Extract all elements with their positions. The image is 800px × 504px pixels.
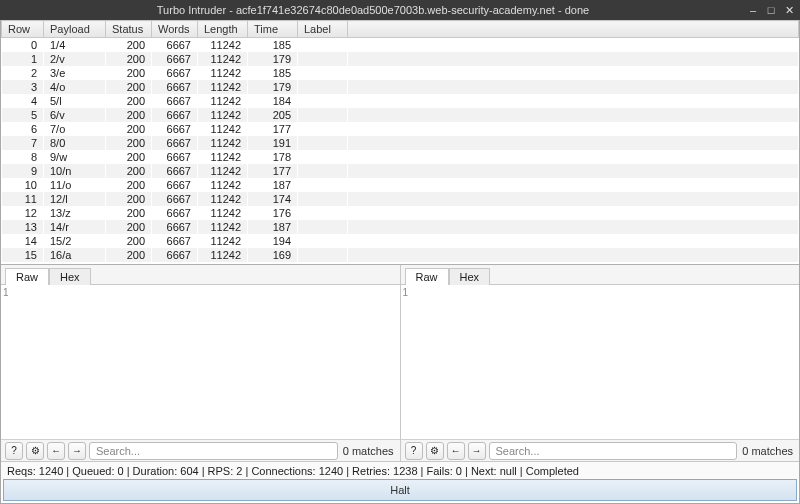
cell: 15/2 — [44, 234, 106, 248]
search-input[interactable]: Search... — [489, 442, 738, 460]
line-number: 1 — [403, 287, 409, 298]
window-minimize-button[interactable]: – — [746, 3, 760, 17]
cell: 185 — [248, 66, 298, 80]
cell — [348, 150, 799, 164]
cell: 13 — [2, 220, 44, 234]
cell — [348, 38, 799, 53]
cell: 11242 — [198, 234, 248, 248]
table-row[interactable]: 34/o200666711242179 — [2, 80, 799, 94]
cell: 8 — [2, 150, 44, 164]
next-match-icon[interactable]: → — [68, 442, 86, 460]
line-number: 1 — [3, 287, 9, 298]
column-header[interactable]: Time — [248, 21, 298, 38]
column-header[interactable]: Label — [298, 21, 348, 38]
table-row[interactable]: 67/o200666711242177 — [2, 122, 799, 136]
cell — [298, 94, 348, 108]
cell: 6667 — [152, 248, 198, 262]
cell: 200 — [106, 108, 152, 122]
cell: 11 — [2, 192, 44, 206]
cell — [298, 122, 348, 136]
table-row[interactable]: 56/v200666711242205 — [2, 108, 799, 122]
column-header[interactable]: Length — [198, 21, 248, 38]
table-row[interactable]: 12/v200666711242179 — [2, 52, 799, 66]
table-row[interactable]: 1213/z200666711242176 — [2, 206, 799, 220]
cell: 176 — [248, 206, 298, 220]
cell: 174 — [248, 192, 298, 206]
column-header[interactable]: Payload — [44, 21, 106, 38]
table-row[interactable]: 45/l200666711242184 — [2, 94, 799, 108]
cell — [298, 108, 348, 122]
cell: 0 — [2, 38, 44, 53]
cell — [348, 234, 799, 248]
column-header-fill — [348, 21, 799, 38]
cell — [348, 136, 799, 150]
cell — [348, 66, 799, 80]
cell — [348, 206, 799, 220]
table-header-row[interactable]: RowPayloadStatusWordsLengthTimeLabel — [2, 21, 799, 38]
request-pane: Raw Hex 1 ? ⚙ ← → Search... 0 matches — [1, 265, 401, 461]
results-table-scroll[interactable]: RowPayloadStatusWordsLengthTimeLabel 01/… — [1, 20, 799, 264]
cell — [348, 52, 799, 66]
request-editor[interactable]: 1 — [1, 285, 400, 439]
cell: 11242 — [198, 150, 248, 164]
cell: 178 — [248, 150, 298, 164]
cell — [348, 192, 799, 206]
tab-hex[interactable]: Hex — [49, 268, 91, 285]
window-title: Turbo Intruder - acfe1f741e32674c80de0ad… — [4, 4, 742, 16]
cell: 6667 — [152, 206, 198, 220]
search-input[interactable]: Search... — [89, 442, 338, 460]
window-close-button[interactable]: ✕ — [782, 3, 796, 17]
tab-raw[interactable]: Raw — [405, 268, 449, 285]
next-match-icon[interactable]: → — [468, 442, 486, 460]
table-row[interactable]: 89/w200666711242178 — [2, 150, 799, 164]
table-row[interactable]: 1112/l200666711242174 — [2, 192, 799, 206]
response-searchbar: ? ⚙ ← → Search... 0 matches — [401, 439, 800, 461]
column-header[interactable]: Status — [106, 21, 152, 38]
prev-match-icon[interactable]: ← — [47, 442, 65, 460]
cell: 184 — [248, 94, 298, 108]
help-icon[interactable]: ? — [5, 442, 23, 460]
cell: 14/r — [44, 220, 106, 234]
table-row[interactable]: 01/4200666711242185 — [2, 38, 799, 53]
tab-raw[interactable]: Raw — [5, 268, 49, 285]
help-icon[interactable]: ? — [405, 442, 423, 460]
table-row[interactable]: 78/0200666711242191 — [2, 136, 799, 150]
table-row[interactable]: 23/e200666711242185 — [2, 66, 799, 80]
cell: 14 — [2, 234, 44, 248]
cell — [298, 80, 348, 94]
halt-button[interactable]: Halt — [3, 479, 797, 501]
cell: 179 — [248, 80, 298, 94]
window-maximize-button[interactable]: □ — [764, 3, 778, 17]
cell: 11242 — [198, 52, 248, 66]
cell: 200 — [106, 150, 152, 164]
cell: 11242 — [198, 94, 248, 108]
cell: 200 — [106, 234, 152, 248]
table-row[interactable]: 1011/o200666711242187 — [2, 178, 799, 192]
gear-icon[interactable]: ⚙ — [426, 442, 444, 460]
table-row[interactable]: 1415/2200666711242194 — [2, 234, 799, 248]
results-table[interactable]: RowPayloadStatusWordsLengthTimeLabel 01/… — [1, 20, 799, 262]
cell: 1/4 — [44, 38, 106, 53]
cell: 200 — [106, 136, 152, 150]
cell: 11242 — [198, 178, 248, 192]
cell: 2 — [2, 66, 44, 80]
column-header[interactable]: Row — [2, 21, 44, 38]
cell: 6667 — [152, 94, 198, 108]
cell: 6667 — [152, 122, 198, 136]
cell: 9 — [2, 164, 44, 178]
column-header[interactable]: Words — [152, 21, 198, 38]
prev-match-icon[interactable]: ← — [447, 442, 465, 460]
status-text: Reqs: 1240 | Queued: 0 | Duration: 604 |… — [7, 465, 579, 477]
cell: 11242 — [198, 192, 248, 206]
gear-icon[interactable]: ⚙ — [26, 442, 44, 460]
cell — [298, 136, 348, 150]
table-row[interactable]: 1314/r200666711242187 — [2, 220, 799, 234]
tab-hex[interactable]: Hex — [449, 268, 491, 285]
cell — [298, 150, 348, 164]
response-editor[interactable]: 1 — [401, 285, 800, 439]
cell: 4/o — [44, 80, 106, 94]
table-row[interactable]: 910/n200666711242177 — [2, 164, 799, 178]
cell: 187 — [248, 178, 298, 192]
table-row[interactable]: 1516/a200666711242169 — [2, 248, 799, 262]
response-pane: Raw Hex 1 ? ⚙ ← → Search... 0 matches — [401, 265, 800, 461]
